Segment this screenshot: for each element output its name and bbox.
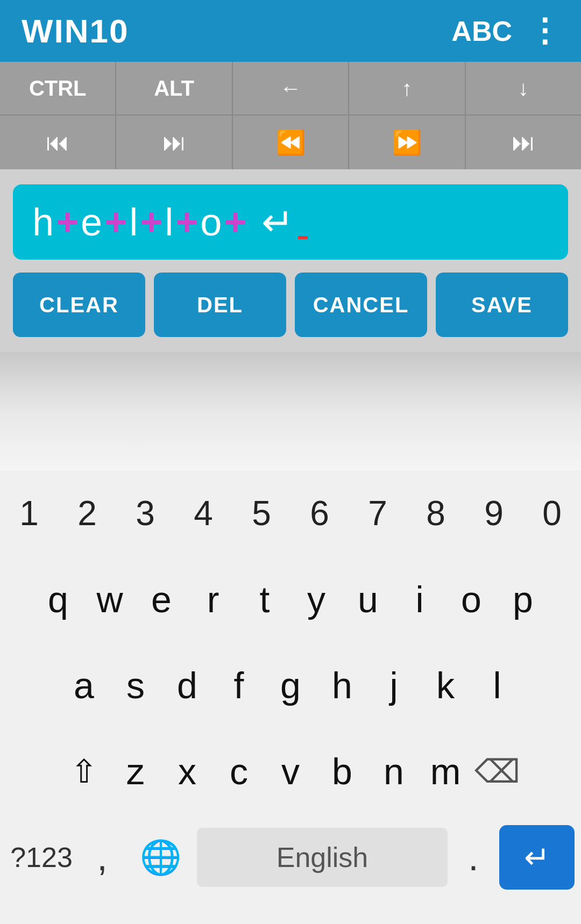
space-key[interactable]: English bbox=[197, 828, 448, 887]
media-row: ⏮ ⏭ ⏪ ⏩ ⏭ bbox=[0, 116, 581, 169]
key-n[interactable]: n bbox=[368, 728, 420, 814]
macro-panel: h+e+l+l+o+ ↵ CLEAR DEL CANCEL SAVE bbox=[0, 169, 581, 352]
zxcv-row: ⇧ z x c v b n m ⌫ bbox=[0, 728, 581, 814]
key-8[interactable]: 8 bbox=[407, 470, 465, 556]
rewind-key[interactable]: ⏪ bbox=[233, 116, 349, 169]
keyboard: 1 2 3 4 5 6 7 8 9 0 q w e r t y u i o p … bbox=[0, 470, 581, 924]
num-row: 1 2 3 4 5 6 7 8 9 0 bbox=[0, 470, 581, 556]
key-x[interactable]: x bbox=[161, 728, 213, 814]
comma-key[interactable]: , bbox=[81, 825, 124, 890]
key-z[interactable]: z bbox=[110, 728, 161, 814]
up-arrow-key[interactable]: ↑ bbox=[349, 62, 465, 114]
key-p[interactable]: p bbox=[497, 556, 549, 642]
bottom-row: ?123 , 🌐 English . ↵ bbox=[0, 814, 581, 900]
key-y[interactable]: y bbox=[290, 556, 342, 642]
prev-track-key[interactable]: ⏮ bbox=[0, 116, 116, 169]
alt-key[interactable]: ALT bbox=[116, 62, 232, 114]
key-i[interactable]: i bbox=[394, 556, 445, 642]
backspace-key[interactable]: ⌫ bbox=[471, 734, 523, 809]
key-q[interactable]: q bbox=[32, 556, 84, 642]
globe-key[interactable]: 🌐 bbox=[128, 825, 193, 890]
key-7[interactable]: 7 bbox=[349, 470, 407, 556]
key-d[interactable]: d bbox=[161, 642, 213, 728]
clear-button[interactable]: CLEAR bbox=[13, 273, 145, 337]
key-6[interactable]: 6 bbox=[290, 470, 349, 556]
fast-forward-key[interactable]: ⏩ bbox=[349, 116, 465, 169]
down-arrow-key[interactable]: ↓ bbox=[466, 62, 581, 114]
qwerty-row: q w e r t y u i o p bbox=[0, 556, 581, 642]
key-5[interactable]: 5 bbox=[232, 470, 290, 556]
cancel-button[interactable]: CANCEL bbox=[295, 273, 427, 337]
key-s[interactable]: s bbox=[110, 642, 161, 728]
macro-text: h+e+l+l+o+ ↵ bbox=[32, 199, 308, 245]
app-title: WIN10 bbox=[22, 12, 129, 50]
key-k[interactable]: k bbox=[420, 642, 471, 728]
macro-buttons: CLEAR DEL CANCEL SAVE bbox=[13, 260, 568, 352]
key-9[interactable]: 9 bbox=[465, 470, 523, 556]
save-button[interactable]: SAVE bbox=[436, 273, 568, 337]
key-o[interactable]: o bbox=[445, 556, 497, 642]
period-key[interactable]: . bbox=[452, 825, 495, 890]
fade-area bbox=[0, 352, 581, 470]
key-j[interactable]: j bbox=[368, 642, 420, 728]
key-m[interactable]: m bbox=[420, 728, 471, 814]
key-b[interactable]: b bbox=[316, 728, 368, 814]
key-3[interactable]: 3 bbox=[116, 470, 174, 556]
top-bar: WIN10 ABC ⋮ bbox=[0, 0, 581, 62]
skip-end-key[interactable]: ⏭ bbox=[466, 116, 581, 169]
key-v[interactable]: v bbox=[265, 728, 316, 814]
key-f[interactable]: f bbox=[213, 642, 265, 728]
key-l[interactable]: l bbox=[471, 642, 523, 728]
menu-icon[interactable]: ⋮ bbox=[528, 23, 559, 39]
key-a[interactable]: a bbox=[58, 642, 110, 728]
key-2[interactable]: 2 bbox=[58, 470, 116, 556]
key-u[interactable]: u bbox=[342, 556, 394, 642]
shift-key[interactable]: ⇧ bbox=[58, 734, 110, 809]
abc-label: ABC bbox=[451, 15, 512, 47]
key-0[interactable]: 0 bbox=[523, 470, 581, 556]
key-g[interactable]: g bbox=[265, 642, 316, 728]
macro-input-box: h+e+l+l+o+ ↵ bbox=[13, 184, 568, 260]
del-button[interactable]: DEL bbox=[154, 273, 286, 337]
ctrl-key[interactable]: CTRL bbox=[0, 62, 116, 114]
numbers-key[interactable]: ?123 bbox=[6, 825, 76, 890]
enter-key[interactable]: ↵ bbox=[499, 825, 575, 890]
key-e[interactable]: e bbox=[136, 556, 187, 642]
key-w[interactable]: w bbox=[84, 556, 136, 642]
top-bar-right: ABC ⋮ bbox=[451, 15, 559, 47]
asdf-row: a s d f g h j k l bbox=[0, 642, 581, 728]
ctrl-row: CTRL ALT ← ↑ ↓ bbox=[0, 62, 581, 116]
key-4[interactable]: 4 bbox=[174, 470, 232, 556]
key-r[interactable]: r bbox=[187, 556, 239, 642]
key-h[interactable]: h bbox=[316, 642, 368, 728]
key-1[interactable]: 1 bbox=[0, 470, 58, 556]
key-t[interactable]: t bbox=[239, 556, 290, 642]
left-arrow-key[interactable]: ← bbox=[233, 62, 349, 114]
key-c[interactable]: c bbox=[213, 728, 265, 814]
next-track-key[interactable]: ⏭ bbox=[116, 116, 232, 169]
